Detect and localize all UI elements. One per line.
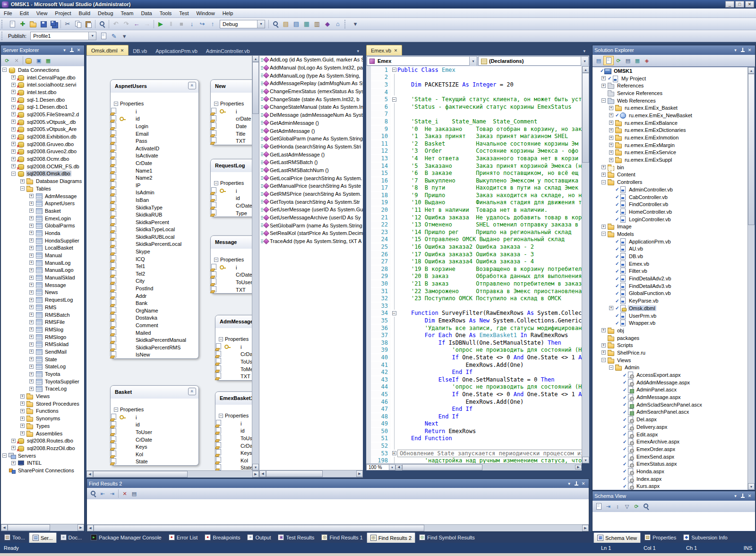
tree-item[interactable]: +RequestLog [1,296,84,304]
entity-new[interactable]: New−PropertiesicrDateDateTitleTXT [210,79,252,145]
tree-item[interactable]: +Views [1,392,84,400]
dbml-designer-canvas[interactable]: AspnetUsers«−PropertiesiidLoginEmailPass… [86,55,252,471]
tool-window-tab-properties[interactable]: ▤Properties [641,532,679,542]
tree-item[interactable]: +sql2008.Exhibition.db [1,133,84,140]
expander-icon[interactable]: + [29,365,34,369]
tree-item[interactable]: ✓OMSK1 [593,67,747,75]
document-tab[interactable]: Emex.vb✕ [366,45,402,55]
scroll-right-icon[interactable]: ▶ [77,524,84,531]
entity-field[interactable]: id [211,195,252,202]
entity-field[interactable]: Login [111,122,198,130]
code-line[interactable]: 5− 'State - Текущий статус клиента, он м… [366,96,582,103]
code-line[interactable]: 29 '20 В заказ Обработка данных для выпо… [366,273,582,280]
tree-item[interactable]: Service References [593,89,747,97]
entity-message[interactable]: Message−PropertiesiCrDateToUserTXT [210,235,252,294]
tree-item[interactable]: ✓AdminPanel.ascx [593,386,747,394]
tree-item[interactable]: +RMSBatch [1,311,84,319]
entity-header[interactable]: AspnetUsers« [111,80,198,93]
expand-region-icon[interactable]: + [392,451,396,455]
expander-icon[interactable]: + [29,349,34,354]
expander-icon[interactable]: + [601,84,606,88]
menu-debug[interactable]: Debug [94,9,117,17]
entity-field[interactable]: ToUser [215,358,252,365]
auto-hide-pin-icon[interactable] [68,47,75,53]
entity-field[interactable]: PostInd [111,285,198,292]
scroll-up-icon[interactable]: ▲ [252,55,259,62]
scroll-right-icon[interactable]: ▶ [252,471,259,478]
tree-item[interactable]: packages [593,334,747,342]
chevron-down-icon[interactable]: ▾ [389,465,395,470]
sync-icon[interactable]: ⟳ [632,502,641,511]
method-item[interactable]: GetGlobalParm (name As System.String [259,135,363,143]
chevron-down-icon[interactable]: ▾ [88,32,96,40]
close-tab-icon[interactable]: ✕ [394,48,398,53]
code-editor-text-area[interactable]: 1−Public Class Emex23 Dim PACKETSIZE As … [366,66,582,463]
expander-icon[interactable]: − [214,181,218,185]
expander-icon[interactable]: + [29,261,34,265]
entity-field[interactable]: CrDate [211,271,252,279]
tree-item[interactable]: +obj [593,327,747,334]
expander-icon[interactable]: − [114,408,118,412]
tree-item[interactable]: +RMSsklad [1,340,84,348]
expander-icon[interactable]: + [601,350,606,355]
tree-item[interactable]: +intel.socialhootz.servi [1,81,84,88]
expander-icon[interactable]: + [11,127,16,131]
code-line[interactable]: 21 '12 Ошибка заказа Не удалось добавить… [366,214,582,221]
code-line[interactable]: 47 End If [366,405,582,413]
tree-item[interactable]: +Message [1,281,84,289]
minimize-button[interactable]: _ [725,1,734,8]
scroll-up-icon[interactable]: ▲ [748,67,755,74]
publish-overflow-icon[interactable]: ▾ [119,31,129,41]
navigate-forward-icon[interactable]: → [142,19,152,29]
code-line[interactable]: 19 '10 Выдано Финальная стадия для движе… [366,199,582,207]
close-icon[interactable]: ✕ [746,493,753,499]
expander-icon[interactable]: − [219,414,223,418]
menu-window[interactable]: Window [193,9,219,17]
tool-window-tab-output[interactable]: ≡Output [244,532,274,542]
entity-field[interactable]: ToMessage [215,365,252,373]
canvas-hscrollbar[interactable]: ◀ ▶ [86,470,259,478]
tree-item[interactable]: ✓FindDetailAdv3.vb [593,282,747,290]
code-line[interactable]: 14 '5 Заказано Заказ принят корзиной Эме… [366,162,582,170]
tree-item[interactable]: −Web References [593,97,747,104]
tab-overflow-icon[interactable]: ▾ [353,47,363,55]
menu-tools[interactable]: Tools [156,9,176,17]
expander-icon[interactable]: − [2,453,7,458]
document-tab[interactable]: ApplicationPrm.vb [151,47,202,55]
code-line[interactable]: 26 '17 Ошибка заказа3 Ошибка заказа - 3 [366,251,582,258]
expander-icon[interactable]: − [214,102,218,106]
tree-item[interactable]: +AdmMessage [1,192,84,200]
entity-properties-row[interactable]: −Properties [211,255,252,264]
expander-icon[interactable]: + [29,194,34,198]
tree-item[interactable]: SharePoint Connections [1,467,84,474]
toolbox-icon[interactable]: ▥ [312,19,322,29]
chevron-down-icon[interactable]: ▾ [581,57,588,66]
sort-icon[interactable]: ↕ [613,502,622,511]
stop-debugging-icon[interactable]: ■ [176,19,187,29]
method-item[interactable]: GetRMSPrice (searchString As System. [259,190,363,198]
entity-field[interactable]: CrDate [111,436,198,443]
tree-item[interactable]: ✓DB.vb [593,252,747,260]
entity-header[interactable]: RequestLog [211,159,252,172]
tree-item[interactable]: +sql-1.Desen.dbo1 [1,103,84,111]
expander-icon[interactable]: + [601,343,606,348]
scrollbar-thumb[interactable] [93,471,188,478]
expander-icon[interactable]: + [20,394,25,399]
close-tab-icon[interactable]: ✕ [120,48,124,53]
code-line[interactable]: 12 '3 Order Состояние корзины Эмекса - о… [366,148,582,155]
code-line[interactable]: 42 End If [366,368,582,376]
entity-field[interactable]: Type [211,209,252,217]
tree-item[interactable]: ✓KeyParse.vb [593,297,747,304]
entity-field[interactable]: ICQ [111,255,198,263]
close-icon[interactable]: ✕ [746,47,753,53]
expander-icon[interactable]: + [11,461,16,465]
entity-field[interactable]: Comment [111,321,198,329]
entity-field[interactable]: Keys [215,449,252,457]
entity-header[interactable]: Message [211,236,252,249]
view-code-icon[interactable]: ▤ [623,56,633,65]
properties-window-icon[interactable]: ▤ [291,19,301,29]
menu-build[interactable]: Build [75,9,94,17]
tree-item[interactable]: +sql2008.Gruveo2.dbo [1,148,84,156]
entity-emexbasket1[interactable]: EmexBasket1−PropertiesiidToUserCrDateKey… [215,391,252,471]
entity-field[interactable]: OrgName [111,307,198,314]
